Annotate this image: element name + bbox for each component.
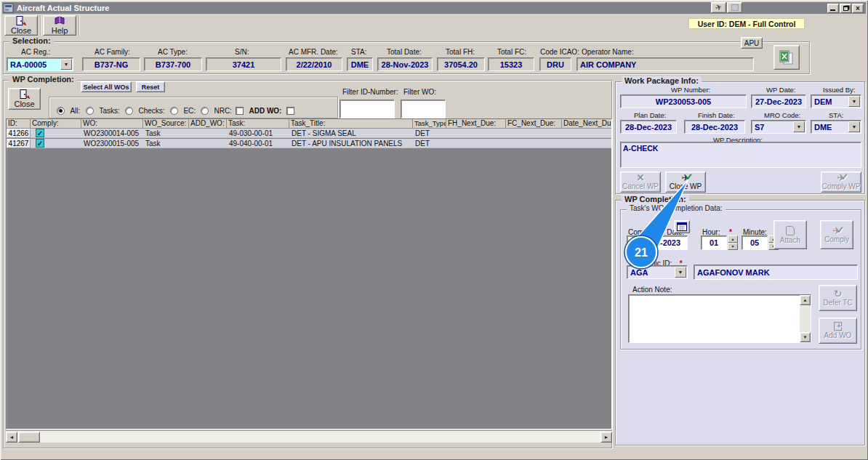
issued-by-combobox[interactable]: DEM ▼ — [811, 94, 861, 108]
ac-reg-dropdown-icon[interactable]: ▼ — [60, 59, 72, 70]
comply-button[interactable]: ✈✓ Comply — [820, 220, 853, 249]
add-wo-button[interactable]: + Add WO — [819, 318, 857, 344]
window-tool-button[interactable] — [727, 2, 742, 13]
ac-mfr-date-field: 2/22/2010 — [286, 57, 342, 71]
attach-button[interactable]: Attach — [773, 220, 807, 249]
row-id-cell[interactable]: 41267 — [7, 139, 31, 148]
cell-wo: WO2300014-005 — [81, 129, 139, 138]
add-wo-icon: + — [834, 322, 842, 331]
col-header-id[interactable]: ID: — [7, 119, 31, 129]
col-header-comply[interactable]: Comply: — [31, 119, 81, 129]
radio-all[interactable]: All: — [57, 103, 80, 116]
radio-checks-icon[interactable] — [125, 107, 133, 115]
completion-date-field[interactable]: 28-Dec-2023 — [627, 235, 688, 250]
plane-tool-button[interactable]: ✈ — [711, 2, 726, 13]
task-wo-completion-data-group: Task's WO Completion Data: Completion Da… — [620, 209, 861, 350]
table-horizontal-scrollbar[interactable]: ◄ ► — [6, 430, 612, 443]
mro-code-combobox[interactable]: S7 ▼ — [751, 120, 806, 134]
scroll-thumb[interactable] — [18, 432, 40, 443]
radio-ec[interactable]: EC: — [170, 103, 196, 116]
col-header-task[interactable]: Task: — [227, 119, 289, 129]
col-header-wo-source[interactable]: WO_Source: — [143, 119, 189, 129]
col-header-task-type[interactable]: Task_Type: — [413, 119, 446, 129]
scroll-right-button[interactable]: ► — [600, 432, 612, 443]
window-title: Aircraft Actual Structure — [17, 4, 109, 12]
wp-description-field[interactable]: A-CHECK — [620, 142, 861, 168]
wp-number-label: WP Number: — [671, 86, 710, 94]
cell-task-type: DET — [413, 139, 430, 148]
row-id-cell[interactable]: 41266 — [7, 129, 31, 138]
user-id-text: User ID: DEM - Full Control — [698, 20, 796, 28]
filter-id-input[interactable] — [339, 100, 395, 118]
suppl-wo-checkbox-icon[interactable] — [286, 107, 294, 115]
close-wp-button[interactable]: ✈✓ Close WP — [665, 172, 706, 193]
scroll-down-button[interactable]: ▼ — [800, 332, 811, 342]
wp-list-close-button[interactable]: Close — [8, 88, 41, 110]
mechanic-id-dropdown-icon[interactable]: ▼ — [675, 267, 686, 278]
add-wo-checkbox-icon[interactable] — [236, 107, 244, 115]
radio-ec-icon[interactable] — [170, 107, 178, 115]
excel-export-button[interactable] — [773, 45, 800, 70]
wo-table: ID: Comply: WO: WO_Source: ADD_WO: Task:… — [6, 118, 612, 429]
toolbar-help-label: Help — [52, 26, 68, 35]
toolbar-help-button[interactable]: Help — [43, 15, 76, 36]
apu-button[interactable]: APU — [741, 37, 763, 49]
ac-reg-combobox[interactable]: RA-00005 ▼ — [7, 57, 73, 71]
ac-reg-label: AC Reg.: — [21, 48, 51, 56]
minimize-button[interactable] — [827, 4, 839, 13]
issued-by-dropdown-icon[interactable]: ▼ — [848, 96, 860, 107]
radio-nrc[interactable]: NRC: — [201, 103, 232, 116]
table-row[interactable]: 41266 ✓ WO2300014-005 Task 49-030-00-01 … — [7, 129, 611, 138]
sta-label: STA: — [351, 48, 366, 56]
radio-tasks[interactable]: Tasks: — [86, 103, 120, 116]
window-close-button[interactable]: × — [852, 4, 864, 13]
defer-tc-button[interactable]: ↻ Defer TC — [819, 285, 857, 311]
help-book-icon — [54, 16, 65, 25]
wp-sta-dropdown-icon[interactable]: ▼ — [848, 121, 860, 132]
radio-ec-label: EC: — [183, 107, 196, 115]
filter-wo-input[interactable] — [401, 100, 446, 118]
mechanic-id-value: AGA — [630, 268, 648, 277]
hour-up-icon[interactable]: ▲ — [728, 235, 738, 243]
radio-checks[interactable]: Checks: — [125, 103, 165, 116]
minute-field[interactable]: 05 — [742, 235, 768, 250]
hour-field[interactable]: 01 — [701, 235, 727, 250]
comply-wp-button[interactable]: ✈✓ Comply WP — [821, 172, 861, 193]
mro-code-dropdown-icon[interactable]: ▼ — [793, 121, 805, 132]
plan-date-label: Plan Date: — [634, 111, 666, 119]
defer-tc-label: Defer TC — [823, 299, 852, 307]
close-wp-label: Close WP — [670, 182, 702, 190]
comply-checkbox[interactable]: ✓ — [36, 129, 44, 137]
col-header-fc-next-due[interactable]: FC_Next_Due: — [506, 119, 562, 129]
mechanic-id-combobox[interactable]: AGA ▼ — [627, 265, 688, 279]
col-header-add-wo[interactable]: ADD_WO: — [189, 119, 227, 129]
col-header-fh-next-due[interactable]: FH_Next_Due: — [446, 119, 506, 129]
col-header-task-title[interactable]: Task_Title: — [289, 119, 413, 129]
reset-label: Reset — [142, 84, 160, 91]
action-note-scrollbar[interactable]: ▲ ▼ — [800, 295, 811, 342]
scroll-up-button[interactable]: ▲ — [800, 295, 811, 305]
radio-nrc-icon[interactable] — [201, 107, 209, 115]
scroll-left-button[interactable]: ◄ — [6, 432, 17, 443]
radio-all-icon[interactable] — [57, 107, 65, 115]
calendar-button[interactable] — [674, 220, 690, 233]
hour-spinner[interactable]: ▲ ▼ — [728, 235, 738, 250]
cell-task-type: DET — [413, 129, 430, 138]
col-header-wo[interactable]: WO: — [81, 119, 143, 129]
toolbar-close-button[interactable]: Close — [4, 15, 38, 36]
hour-down-icon[interactable]: ▼ — [728, 243, 738, 250]
wp-sta-combobox[interactable]: DME ▼ — [811, 120, 861, 134]
restore-button[interactable] — [840, 4, 851, 13]
total-fc-value: 15323 — [500, 60, 523, 69]
minimize-icon — [830, 9, 835, 11]
col-header-date-next-due[interactable]: Date_Next_Du — [562, 119, 611, 129]
comply-checkbox[interactable]: ✓ — [36, 139, 44, 148]
action-note-textarea[interactable]: ▲ ▼ — [628, 294, 811, 343]
plane-cut-icon: ✈ — [714, 3, 723, 12]
table-row[interactable]: 41267 ✓ WO2300015-005 Task 49-040-00-01 … — [7, 139, 611, 148]
reset-button[interactable]: Reset — [136, 81, 165, 92]
cancel-wp-button[interactable]: ✕ Cancel WP — [620, 172, 661, 193]
radio-tasks-icon[interactable] — [86, 107, 94, 115]
select-all-wos-button[interactable]: Select All WOs — [81, 81, 132, 92]
add-wo-checkbox[interactable]: ADD WO: — [236, 103, 281, 116]
